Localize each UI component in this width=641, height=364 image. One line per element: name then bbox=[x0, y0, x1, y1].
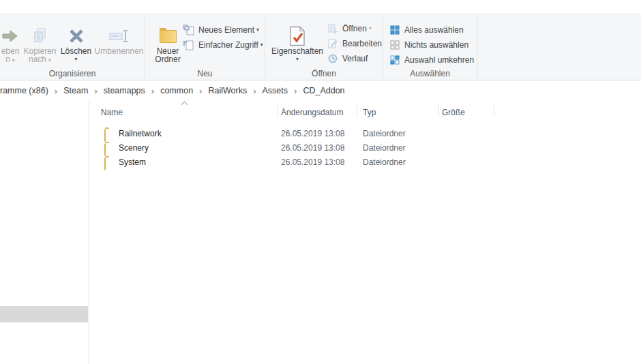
file-list: Name Änderungsdatum Typ Größe Railnetwor… bbox=[89, 100, 641, 364]
breadcrumb-separator-icon[interactable]: › bbox=[294, 86, 297, 96]
history-icon bbox=[327, 53, 338, 64]
column-header-size[interactable]: Größe bbox=[442, 108, 465, 117]
column-header-name[interactable]: Name bbox=[101, 108, 123, 117]
breadcrumb-item[interactable]: RailWorks bbox=[208, 86, 247, 95]
breadcrumb-separator-icon[interactable]: › bbox=[94, 86, 97, 96]
select-none-icon bbox=[389, 40, 400, 50]
select-all-label: Alles auswählen bbox=[404, 25, 464, 35]
rename-icon bbox=[108, 25, 130, 47]
group-label-open: Öffnen bbox=[265, 69, 383, 78]
invert-selection-button[interactable]: Auswahl umkehren bbox=[389, 53, 474, 67]
group-label-new: Neu bbox=[145, 69, 265, 78]
history-button: Verlauf bbox=[327, 52, 368, 65]
column-header-modified[interactable]: Änderungsdatum bbox=[281, 108, 343, 117]
history-label: Verlauf bbox=[342, 54, 368, 63]
rename-button: Umbenennen bbox=[93, 16, 145, 67]
easy-access-label: Einfacher Zugriff bbox=[198, 40, 258, 50]
breadcrumb-item[interactable]: common bbox=[160, 86, 193, 95]
ribbon-group-select: Alles auswählen Nichts auswählen bbox=[383, 14, 477, 80]
easy-access-button[interactable]: Einfacher Zugriff ▾ bbox=[183, 38, 263, 52]
breadcrumb-separator-icon[interactable]: › bbox=[55, 86, 57, 96]
dropdown-caret-icon: ▾ bbox=[260, 42, 263, 48]
rename-label: Umbenennen bbox=[94, 47, 143, 55]
column-divider[interactable] bbox=[438, 104, 439, 117]
ribbon-group-open: Eigenschaften ▾ Öffnen ▾ bbox=[265, 14, 383, 80]
table-row[interactable]: Scenery 26.05.2019 13:08 Dateiordner bbox=[89, 140, 594, 155]
nav-pane-scroll-thumb[interactable] bbox=[0, 306, 88, 322]
breadcrumb-item[interactable]: Assets bbox=[263, 86, 288, 95]
select-none-button[interactable]: Nichts auswählen bbox=[389, 38, 468, 52]
group-label-organize: Organisieren bbox=[0, 69, 145, 78]
table-row[interactable]: System 26.05.2019 13:08 Dateiordner bbox=[89, 155, 594, 169]
properties-icon bbox=[289, 25, 305, 47]
breadcrumb-item[interactable]: steamapps bbox=[104, 86, 145, 95]
select-all-icon bbox=[389, 25, 400, 35]
dropdown-caret-icon: ▾ bbox=[256, 27, 259, 33]
properties-label: Eigenschaften bbox=[271, 47, 323, 55]
copy-to-icon bbox=[32, 25, 48, 47]
file-type: Dateiordner bbox=[363, 143, 406, 153]
properties-button[interactable]: Eigenschaften ▾ bbox=[271, 16, 323, 67]
breadcrumb-item[interactable]: Steam bbox=[63, 86, 88, 95]
column-divider[interactable] bbox=[494, 104, 494, 117]
dropdown-caret-icon: ▾ bbox=[74, 57, 77, 62]
ribbon-group-organize: eben n▾ Kopieren nach▾ bbox=[0, 14, 145, 80]
new-item-icon bbox=[183, 25, 194, 35]
invert-selection-label: Auswahl umkehren bbox=[404, 55, 474, 65]
delete-label: Löschen bbox=[61, 47, 91, 55]
dropdown-caret-icon: ▾ bbox=[369, 26, 372, 31]
ribbon-group-new: Neuer Ordner Neues Element ▾ bbox=[145, 14, 265, 80]
file-type: Dateiordner bbox=[363, 157, 406, 167]
copy-to-button: Kopieren nach▾ bbox=[20, 16, 59, 67]
edit-icon bbox=[327, 38, 338, 49]
open-label: Öffnen bbox=[342, 24, 367, 33]
easy-access-icon bbox=[183, 40, 194, 50]
breadcrumb-separator-icon[interactable]: › bbox=[151, 86, 154, 96]
open-button: Öffnen ▾ bbox=[327, 22, 372, 35]
breadcrumb: ramme (x86) › Steam › steamapps › common… bbox=[0, 81, 641, 100]
navigation-pane bbox=[0, 100, 89, 364]
dropdown-caret-icon: ▾ bbox=[296, 57, 299, 62]
file-name: System bbox=[119, 157, 146, 167]
new-item-button[interactable]: Neues Element ▾ bbox=[183, 23, 259, 37]
breadcrumb-separator-icon[interactable]: › bbox=[199, 86, 202, 96]
column-divider[interactable] bbox=[357, 104, 357, 117]
dropdown-caret-icon: ▾ bbox=[48, 57, 51, 63]
delete-button[interactable]: Löschen ▾ bbox=[59, 16, 93, 67]
delete-icon bbox=[68, 25, 85, 47]
table-row[interactable]: Railnetwork 26.05.2019 13:08 Dateiordner bbox=[89, 126, 594, 140]
file-modified: 26.05.2019 13:08 bbox=[281, 129, 344, 138]
sort-ascending-icon bbox=[181, 102, 188, 108]
file-modified: 26.05.2019 13:08 bbox=[281, 143, 344, 153]
invert-selection-icon bbox=[389, 55, 400, 65]
file-name: Railnetwork bbox=[119, 129, 162, 138]
column-divider[interactable] bbox=[278, 104, 278, 117]
new-item-label: Neues Element bbox=[198, 25, 254, 35]
edit-button: Bearbeiten bbox=[327, 37, 382, 50]
select-all-button[interactable]: Alles auswählen bbox=[389, 23, 464, 37]
open-icon bbox=[327, 23, 338, 34]
file-name: Scenery bbox=[119, 143, 149, 153]
group-label-select: Auswählen bbox=[383, 69, 477, 78]
file-type: Dateiordner bbox=[363, 129, 406, 138]
file-modified: 26.05.2019 13:08 bbox=[281, 157, 344, 167]
move-to-button: eben n▾ bbox=[0, 16, 20, 67]
ribbon: eben n▾ Kopieren nach▾ bbox=[0, 14, 641, 80]
new-folder-icon bbox=[160, 30, 177, 43]
new-folder-button[interactable]: Neuer Ordner bbox=[152, 16, 183, 67]
file-explorer-window: eben n▾ Kopieren nach▾ bbox=[0, 0, 641, 364]
breadcrumb-item-current[interactable]: CD_Addon bbox=[303, 86, 344, 95]
breadcrumb-separator-icon[interactable]: › bbox=[253, 86, 256, 96]
breadcrumb-item[interactable]: ramme (x86) bbox=[0, 86, 48, 95]
dropdown-caret-icon: ▾ bbox=[12, 57, 15, 63]
column-header-type[interactable]: Typ bbox=[363, 108, 376, 117]
edit-label: Bearbeiten bbox=[342, 39, 382, 48]
folder-icon bbox=[104, 157, 106, 170]
select-none-label: Nichts auswählen bbox=[404, 40, 468, 50]
